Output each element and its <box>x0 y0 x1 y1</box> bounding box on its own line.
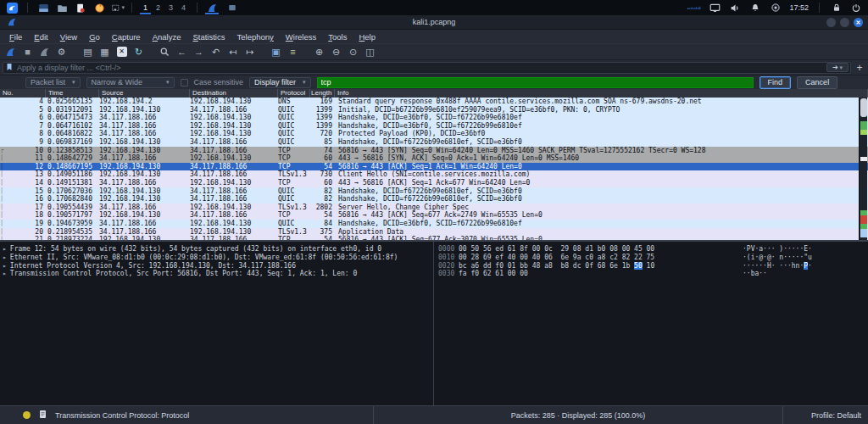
menu-capture[interactable]: Capture <box>106 32 147 42</box>
go-to-packet-icon[interactable]: ↶ <box>209 45 223 59</box>
hex-ascii[interactable]: ·PV·a··· )·····E· <box>743 245 812 254</box>
expand-arrow-icon[interactable]: ▸ <box>3 262 7 270</box>
display-filter-field[interactable]: ➔▾ <box>3 62 851 74</box>
workspace-1[interactable]: 1 <box>139 1 152 14</box>
capture-comment-icon[interactable] <box>38 409 47 421</box>
status-icon[interactable] <box>769 2 782 14</box>
find-button[interactable]: Find <box>760 76 792 89</box>
hex-ascii[interactable]: ··ba·· <box>743 270 767 278</box>
packet-row[interactable]: │160.170682840192.168.194.13034.117.188.… <box>0 195 868 204</box>
volume-icon[interactable] <box>728 2 742 14</box>
stop-capture-icon[interactable]: ■ <box>20 45 35 59</box>
save-file-icon[interactable]: ▦ <box>97 45 112 59</box>
minimize-button[interactable] <box>826 18 836 27</box>
case-sensitive-checkbox[interactable] <box>181 79 188 86</box>
detail-tree-row[interactable]: ▸Frame 12: 54 bytes on wire (432 bits), … <box>3 245 433 254</box>
packet-row[interactable]: 70.06471610234.117.188.166192.168.194.13… <box>0 122 868 131</box>
power-icon[interactable] <box>849 2 863 14</box>
expand-arrow-icon[interactable]: ▸ <box>3 270 7 277</box>
resize-columns-icon[interactable]: ◫ <box>363 45 377 59</box>
column-header-length[interactable]: Length <box>310 89 335 98</box>
column-header-source[interactable]: Source <box>99 89 190 98</box>
column-header-info[interactable]: Info <box>335 89 868 98</box>
packet-row[interactable]: 60.06471547334.117.188.166192.168.194.13… <box>0 114 868 122</box>
apply-filter-button[interactable]: ➔▾ <box>826 63 849 72</box>
packet-list-scrollbar[interactable] <box>859 98 867 240</box>
clock[interactable]: 17:52 <box>789 3 809 12</box>
display-icon[interactable] <box>708 2 721 14</box>
expand-arrow-icon[interactable]: ▸ <box>3 254 7 261</box>
workspace-3[interactable]: 3 <box>164 1 177 14</box>
detail-tree-row[interactable]: ▸Transmission Control Protocol, Src Port… <box>3 270 433 278</box>
menu-telephony[interactable]: Telephony <box>231 32 280 42</box>
go-forward-icon[interactable]: → <box>192 45 206 59</box>
colorize-icon[interactable]: ≡ <box>286 45 300 59</box>
char-width-dropdown[interactable]: Narrow & Wide▾ <box>86 77 175 88</box>
previous-packet-icon[interactable]: ↤ <box>225 45 240 59</box>
find-packet-icon[interactable] <box>158 45 172 59</box>
firefox-app-icon[interactable] <box>92 2 106 14</box>
detail-tree-row[interactable]: ▸Ethernet II, Src: VMware_08:d1:b0 (00:0… <box>3 254 433 262</box>
folder-app-icon[interactable] <box>55 2 69 14</box>
expand-arrow-icon[interactable]: ▸ <box>3 245 7 253</box>
maximize-button[interactable] <box>840 18 849 27</box>
window-titlebar[interactable]: kali1.pcapng ✕ <box>0 15 868 30</box>
hex-bytes[interactable]: bc a6 dd f0 01 bb 48 a8 b8 dc 0f 68 6e 1… <box>459 262 743 271</box>
packet-row[interactable]: │130.149051186192.168.194.13034.117.188.… <box>0 170 868 179</box>
column-header-destination[interactable]: Destination <box>190 89 278 98</box>
close-button[interactable]: ✕ <box>854 18 863 27</box>
files-app-icon[interactable] <box>36 2 50 14</box>
workspace-4[interactable]: 4 <box>177 1 190 14</box>
open-file-icon[interactable]: ▤ <box>81 45 95 59</box>
hex-bytes[interactable]: 00 28 69 ef 40 00 40 06 6e 9a c0 a8 c2 8… <box>459 254 743 262</box>
hex-bytes[interactable]: fa f0 62 61 00 00 <box>459 270 743 278</box>
hex-bytes[interactable]: 00 50 56 ed 61 8f 00 0c 29 08 d1 b0 08 0… <box>459 245 743 254</box>
window-task-icon[interactable] <box>225 1 240 14</box>
workspace-2[interactable]: 2 <box>152 1 164 14</box>
restart-capture-icon[interactable] <box>37 45 52 59</box>
zoom-out-icon[interactable]: ⊖ <box>329 45 343 59</box>
start-capture-icon[interactable] <box>3 45 18 59</box>
bookmark-icon[interactable] <box>5 60 14 75</box>
packet-row[interactable]: │170.19055443934.117.188.166192.168.194.… <box>0 204 868 212</box>
zoom-in-icon[interactable]: ⊕ <box>312 45 326 59</box>
kali-menu-icon[interactable] <box>5 2 19 14</box>
hex-row[interactable]: 001000 28 69 ef 40 00 40 06 6e 9a c0 a8 … <box>438 254 868 262</box>
next-packet-icon[interactable]: ↦ <box>242 45 257 59</box>
hex-row[interactable]: 0020bc a6 dd f0 01 bb 48 a8 b8 dc 0f 68 … <box>438 262 868 271</box>
column-header-time[interactable]: Time <box>46 89 99 98</box>
detail-tree-row[interactable]: ▸Internet Protocol Version 4, Src: 192.1… <box>3 262 433 271</box>
menu-statistics[interactable]: Statistics <box>186 32 231 42</box>
packet-row[interactable]: │180.190571797192.168.194.13034.117.188.… <box>0 211 868 220</box>
menu-tools[interactable]: Tools <box>322 32 353 42</box>
packet-row[interactable]: │110.14864272934.117.188.166192.168.194.… <box>0 154 868 163</box>
packet-row[interactable]: ┌100.123858513192.168.194.13034.117.188.… <box>0 147 868 155</box>
close-file-icon[interactable]: ✕ <box>114 45 129 59</box>
menu-wireless[interactable]: Wireless <box>280 32 322 42</box>
screenshot-tool-icon[interactable]: ▾ <box>111 2 125 14</box>
column-header-protocol[interactable]: Protocol <box>278 89 310 98</box>
packet-row[interactable]: │140.14915138134.117.188.166192.168.194.… <box>0 179 868 187</box>
packet-row[interactable]: │210.218973224192.168.194.13034.117.188.… <box>0 236 868 240</box>
auto-scroll-icon[interactable]: ▣ <box>269 45 283 59</box>
packet-row[interactable]: │200.21895453534.117.188.166192.168.194.… <box>0 228 868 237</box>
column-header-no[interactable]: No. <box>0 89 46 98</box>
zoom-original-icon[interactable]: ⊙ <box>346 45 360 59</box>
menu-view[interactable]: View <box>54 32 83 42</box>
hex-row[interactable]: 000000 50 56 ed 61 8f 00 0c 29 08 d1 b0 … <box>438 245 868 254</box>
wireshark-task-icon[interactable] <box>204 1 220 14</box>
reload-file-icon[interactable]: ↻ <box>131 45 146 59</box>
menu-edit[interactable]: Edit <box>28 32 53 42</box>
display-filter-input[interactable] <box>17 64 823 72</box>
document-app-icon[interactable] <box>74 2 87 14</box>
packet-row[interactable]: 80.06481682234.117.188.166192.168.194.13… <box>0 130 868 138</box>
hex-ascii[interactable]: ·(i·@·@· n·····"u <box>743 254 812 262</box>
search-type-dropdown[interactable]: Display filter▾ <box>249 77 311 88</box>
menu-file[interactable]: File <box>3 32 28 42</box>
menu-analyze[interactable]: Analyze <box>147 32 187 42</box>
capture-options-icon[interactable]: ⚙ <box>54 45 69 59</box>
hex-row[interactable]: 0030fa f0 62 61 00 00··ba·· <box>438 270 868 278</box>
scrollbar-thumb[interactable] <box>860 98 867 117</box>
packet-row[interactable]: │150.170627036192.168.194.13034.117.188.… <box>0 187 868 196</box>
packet-row[interactable]: │120.148667195192.168.194.13034.117.188.… <box>0 163 868 171</box>
